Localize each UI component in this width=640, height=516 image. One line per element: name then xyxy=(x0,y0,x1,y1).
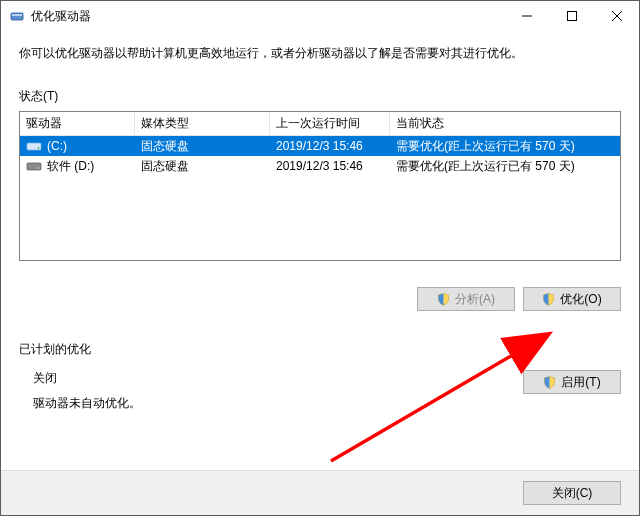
window-title: 优化驱动器 xyxy=(31,8,504,25)
app-icon xyxy=(9,8,25,24)
cell-drive: 软件 (D:) xyxy=(20,156,135,176)
cell-media: 固态硬盘 xyxy=(135,156,270,176)
cell-media: 固态硬盘 xyxy=(135,136,270,156)
th-last[interactable]: 上一次运行时间 xyxy=(270,112,390,135)
th-media[interactable]: 媒体类型 xyxy=(135,112,270,135)
enable-button[interactable]: 启用(T) xyxy=(523,370,621,394)
drive-icon xyxy=(26,140,42,152)
window-root: 优化驱动器 你可以优化驱动器以帮助计算机更高效地运行，或者分析驱动器以了解是否需… xyxy=(0,0,640,516)
optimize-button[interactable]: 优化(O) xyxy=(523,287,621,311)
drive-table: 驱动器 媒体类型 上一次运行时间 当前状态 (C:) 固态硬盘 2019/12/… xyxy=(19,111,621,261)
schedule-left: 关闭 驱动器未自动优化。 xyxy=(19,370,141,412)
table-row[interactable]: 软件 (D:) 固态硬盘 2019/12/3 15:46 需要优化(距上次运行已… xyxy=(20,156,620,176)
cell-last: 2019/12/3 15:46 xyxy=(270,136,390,156)
schedule-desc: 驱动器未自动优化。 xyxy=(33,395,141,412)
analyze-label: 分析(A) xyxy=(455,291,495,308)
cell-status: 需要优化(距上次运行已有 570 天) xyxy=(390,156,620,176)
table-header: 驱动器 媒体类型 上一次运行时间 当前状态 xyxy=(20,112,620,136)
maximize-button[interactable] xyxy=(549,1,594,31)
svg-rect-1 xyxy=(12,14,22,16)
optimize-label: 优化(O) xyxy=(560,291,601,308)
close-label: 关闭(C) xyxy=(552,485,593,502)
table-row[interactable]: (C:) 固态硬盘 2019/12/3 15:46 需要优化(距上次运行已有 5… xyxy=(20,136,620,156)
description-text: 你可以优化驱动器以帮助计算机更高效地运行，或者分析驱动器以了解是否需要对其进行优… xyxy=(19,45,621,62)
close-button[interactable] xyxy=(594,1,639,31)
cell-last: 2019/12/3 15:46 xyxy=(270,156,390,176)
body-area: 你可以优化驱动器以帮助计算机更高效地运行，或者分析驱动器以了解是否需要对其进行优… xyxy=(1,31,639,470)
minimize-button[interactable] xyxy=(504,1,549,31)
titlebar-buttons xyxy=(504,1,639,31)
titlebar: 优化驱动器 xyxy=(1,1,639,31)
svg-point-2 xyxy=(20,17,22,19)
svg-point-10 xyxy=(38,167,40,169)
state-label: 状态(T) xyxy=(19,88,621,105)
schedule-section: 已计划的优化 关闭 驱动器未自动优化。 启用(T) xyxy=(19,341,621,412)
shield-icon xyxy=(543,376,556,389)
enable-label: 启用(T) xyxy=(561,374,600,391)
close-dialog-button[interactable]: 关闭(C) xyxy=(523,481,621,505)
schedule-status: 关闭 xyxy=(33,370,141,387)
svg-rect-7 xyxy=(27,143,41,150)
th-status[interactable]: 当前状态 xyxy=(390,112,620,135)
schedule-row: 关闭 驱动器未自动优化。 启用(T) xyxy=(19,370,621,412)
cell-drive: (C:) xyxy=(20,136,135,156)
schedule-title: 已计划的优化 xyxy=(19,341,621,358)
analyze-button[interactable]: 分析(A) xyxy=(417,287,515,311)
cell-drive-label: 软件 (D:) xyxy=(47,158,94,175)
svg-point-8 xyxy=(38,147,40,149)
cell-drive-label: (C:) xyxy=(47,139,67,153)
action-button-row: 分析(A) 优化(O) xyxy=(19,287,621,311)
svg-rect-4 xyxy=(567,12,576,21)
svg-rect-9 xyxy=(27,163,41,170)
cell-status: 需要优化(距上次运行已有 570 天) xyxy=(390,136,620,156)
footer: 关闭(C) xyxy=(1,470,639,515)
drive-icon xyxy=(26,160,42,172)
th-drive[interactable]: 驱动器 xyxy=(20,112,135,135)
shield-icon xyxy=(542,293,555,306)
shield-icon xyxy=(437,293,450,306)
